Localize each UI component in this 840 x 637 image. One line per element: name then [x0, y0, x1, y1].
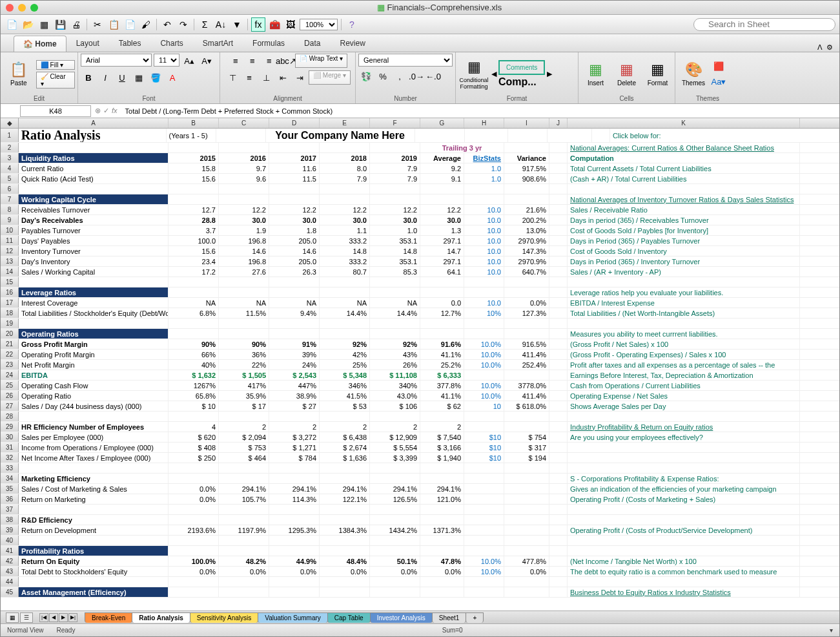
row-header[interactable]: 38: [1, 515, 19, 525]
cell[interactable]: [549, 153, 568, 163]
cell[interactable]: 10.0: [464, 215, 504, 225]
cell[interactable]: [219, 184, 269, 194]
cell[interactable]: [464, 287, 504, 297]
cell[interactable]: [504, 536, 549, 545]
align-center-icon[interactable]: ≡: [245, 54, 260, 68]
cell[interactable]: Operating Profit Margin: [19, 350, 169, 359]
cell[interactable]: [568, 463, 800, 473]
cell[interactable]: [269, 515, 320, 525]
cell[interactable]: 43.0%: [370, 391, 420, 401]
filter-icon[interactable]: ▼: [230, 17, 244, 32]
cell[interactable]: Interest Coverage: [19, 298, 169, 308]
cell[interactable]: 1.9: [219, 225, 269, 235]
cell[interactable]: [504, 287, 549, 297]
cell[interactable]: 3778.0%: [504, 381, 549, 390]
cell[interactable]: Cost of Goods Sold / Paybles [for Invent…: [568, 225, 800, 235]
cell[interactable]: $ 53: [320, 401, 370, 411]
toolbox-icon[interactable]: 🧰: [267, 17, 282, 32]
cell[interactable]: [549, 236, 568, 245]
cell[interactable]: [269, 463, 320, 473]
cell[interactable]: [19, 318, 169, 328]
cell[interactable]: [568, 443, 800, 452]
decrease-decimal-icon[interactable]: ←.0: [425, 69, 441, 83]
cell[interactable]: 35.9%: [219, 391, 269, 401]
cell[interactable]: [549, 546, 568, 556]
sheet-tab-cap-table[interactable]: Cap Table: [327, 612, 371, 623]
cell[interactable]: [464, 525, 504, 535]
cell[interactable]: 917.5%: [504, 163, 549, 173]
cell[interactable]: [320, 515, 370, 525]
cell[interactable]: [464, 463, 504, 473]
cell[interactable]: 297.1: [420, 236, 464, 245]
row-header[interactable]: 3: [1, 153, 19, 163]
cell[interactable]: [504, 194, 549, 204]
cell[interactable]: $ 2,543: [269, 370, 320, 380]
cell[interactable]: 2: [420, 422, 464, 432]
cell[interactable]: Average: [420, 153, 464, 163]
cell[interactable]: 1197.9%: [219, 525, 269, 535]
cell[interactable]: $ 754: [504, 432, 549, 442]
cell[interactable]: $ 784: [269, 453, 320, 463]
cancel-formula-icon[interactable]: ⊗: [95, 107, 101, 115]
cell[interactable]: 121.0%: [420, 494, 464, 504]
cell[interactable]: 10: [464, 401, 504, 411]
cell[interactable]: [549, 567, 568, 576]
last-sheet-icon[interactable]: ▶|: [68, 613, 77, 622]
cell[interactable]: 2: [320, 422, 370, 432]
cell[interactable]: 10.0%: [464, 360, 504, 370]
prev-style-icon[interactable]: ◀: [491, 70, 497, 78]
cell[interactable]: 21.6%: [504, 205, 549, 214]
cell[interactable]: 196.8: [219, 256, 269, 266]
cell[interactable]: [320, 577, 370, 587]
cell[interactable]: Earnings Before Interest, Tax, Depreciat…: [568, 370, 800, 380]
cell[interactable]: 297.1: [420, 256, 464, 266]
cell[interactable]: [420, 463, 464, 473]
cell[interactable]: [549, 225, 568, 235]
cell[interactable]: 0.0%: [169, 567, 219, 576]
cell[interactable]: NA: [219, 298, 269, 308]
cell[interactable]: [420, 184, 464, 194]
cell[interactable]: 90%: [219, 339, 269, 349]
cell[interactable]: [19, 412, 169, 421]
print-icon[interactable]: 🖨: [69, 17, 83, 32]
cell[interactable]: [504, 463, 549, 473]
cell[interactable]: 10.0: [464, 298, 504, 308]
next-style-icon[interactable]: ▶: [547, 70, 552, 78]
next-sheet-icon[interactable]: ▶: [59, 613, 68, 622]
cell[interactable]: Return on Development: [19, 525, 169, 535]
cell[interactable]: [370, 318, 420, 328]
cell[interactable]: 28.8: [169, 215, 219, 225]
decrease-indent-icon[interactable]: ⇤: [275, 70, 291, 85]
cell[interactable]: 200.2%: [504, 215, 549, 225]
cell[interactable]: Quick Ratio (Acid Test): [19, 174, 169, 183]
cell[interactable]: 2018: [320, 153, 370, 163]
cell[interactable]: 26%: [370, 360, 420, 370]
cell[interactable]: 447%: [269, 381, 320, 390]
cell[interactable]: [549, 215, 568, 225]
cell[interactable]: Net Profit Margin: [19, 360, 169, 370]
paste-button[interactable]: 📋Paste: [3, 56, 34, 92]
row-header[interactable]: 44: [1, 577, 19, 587]
cell[interactable]: [549, 163, 568, 173]
cell[interactable]: Sales per Employee (000): [19, 432, 169, 442]
cell[interactable]: 477.8%: [504, 556, 549, 566]
cell[interactable]: Industry Profitability & Return on Equit…: [568, 422, 800, 432]
page-layout-view-icon[interactable]: ☰: [20, 612, 33, 623]
cell[interactable]: 14.7: [420, 246, 464, 256]
orientation-icon[interactable]: abc↗: [278, 54, 294, 68]
cell[interactable]: Are you using your employees effectively…: [568, 432, 800, 442]
cell[interactable]: [269, 546, 320, 556]
cell[interactable]: 12.2: [320, 205, 370, 214]
sheet-tab-sheet1[interactable]: Sheet1: [432, 612, 467, 623]
cell[interactable]: 2015: [169, 153, 219, 163]
cell[interactable]: 30.0: [269, 215, 320, 225]
cell[interactable]: [320, 536, 370, 545]
cell[interactable]: 85.3: [370, 267, 420, 277]
cell[interactable]: [219, 143, 269, 152]
cell[interactable]: NA: [320, 298, 370, 308]
cell[interactable]: 1.1: [320, 225, 370, 235]
cell[interactable]: 8.0: [320, 163, 370, 173]
cell[interactable]: 100.0%: [169, 556, 219, 566]
cell[interactable]: [549, 370, 568, 380]
cell[interactable]: [420, 505, 464, 514]
